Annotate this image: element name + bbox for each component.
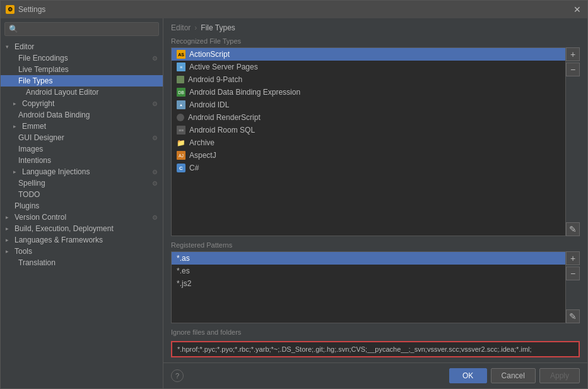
title-bar: ⚙ Settings ✕ [1, 1, 587, 18]
arrow-build [6, 225, 12, 232]
ok-button[interactable]: OK [449, 368, 487, 383]
icon-csharp: C [177, 164, 185, 172]
list-item-archive[interactable]: 📁 Archive [172, 136, 565, 149]
pattern-label-es: *.es [177, 266, 190, 275]
icon-archive: 📁 [177, 138, 185, 147]
sidebar-label-live-templates: Live Templates [18, 65, 69, 74]
add-file-type-button[interactable]: + [566, 47, 580, 61]
bottom-bar: ? OK Cancel Apply [163, 362, 587, 388]
settings-icon-file-encodings: ⚙ [152, 55, 158, 62]
add-pattern-button[interactable]: + [566, 251, 580, 265]
app-icon: ⚙ [6, 5, 15, 14]
sidebar-item-live-templates[interactable]: Live Templates [1, 64, 163, 75]
title-bar-left: ⚙ Settings [6, 5, 45, 14]
sidebar-item-intentions[interactable]: Intentions [1, 155, 163, 166]
help-button[interactable]: ? [171, 369, 184, 382]
sidebar-label-tools: Tools [15, 247, 32, 256]
list-item-actionscript[interactable]: AS ActionScript [172, 48, 565, 61]
remove-file-type-button[interactable]: − [566, 63, 580, 76]
settings-icon-gui-designer: ⚙ [152, 135, 158, 141]
sidebar-label-build: Build, Execution, Deployment [15, 224, 114, 233]
sidebar-item-android-data-binding[interactable]: Android Data Binding [1, 109, 163, 121]
edit-pattern-button[interactable]: ✎ [566, 309, 580, 323]
sidebar-label-editor: Editor [15, 42, 34, 51]
pattern-item-js2[interactable]: *.js2 [172, 277, 565, 290]
label-aspectj: AspectJ [189, 151, 216, 160]
label-asp: Active Server Pages [189, 63, 258, 71]
sidebar-label-language-injections: Language Injections [22, 167, 90, 176]
list-item-data-binding[interactable]: DB Android Data Binding Expression [172, 86, 565, 99]
patterns-section: Registered Patterns *.as *.es *.js2 [171, 241, 580, 323]
list-item-room-sql[interactable]: ≡≡ Android Room SQL [172, 124, 565, 136]
settings-window: ⚙ Settings ✕ 🔍 Editor File Encodings [0, 0, 588, 389]
edit-file-type-button[interactable]: ✎ [566, 222, 580, 236]
expand-arrow-copyright [13, 100, 20, 107]
sidebar-item-gui-designer[interactable]: GUI Designer ⚙ [1, 132, 163, 143]
ignore-input[interactable] [171, 341, 580, 357]
panel-body: Recognized File Types AS ActionScript ≡ … [163, 37, 587, 362]
expand-arrow-emmet [13, 123, 20, 129]
patterns-container: *.as *.es *.js2 + − [171, 251, 580, 323]
expand-arrow-editor [6, 44, 12, 50]
breadcrumb-current: File Types [201, 23, 235, 32]
sidebar-item-build[interactable]: Build, Execution, Deployment [1, 223, 163, 234]
icon-9patch [177, 76, 184, 83]
sidebar-label-version-control: Version Control [15, 213, 66, 222]
window-title: Settings [18, 5, 45, 14]
icon-aspectj: AJ [177, 151, 185, 160]
sidebar: 🔍 Editor File Encodings ⚙ Live Templates [1, 18, 163, 388]
sidebar-item-todo[interactable]: TODO [1, 189, 163, 200]
sidebar-item-file-types[interactable]: File Types [1, 75, 163, 87]
sidebar-item-language-injections[interactable]: Language Injections ⚙ [1, 166, 163, 177]
sidebar-item-version-control[interactable]: Version Control ⚙ [1, 212, 163, 223]
cancel-button[interactable]: Cancel [491, 368, 536, 383]
list-item-idl[interactable]: ▲ Android IDL [172, 99, 565, 111]
label-data-binding: Android Data Binding Expression [189, 88, 300, 97]
patterns-list[interactable]: *.as *.es *.js2 [171, 251, 566, 323]
sidebar-item-languages[interactable]: Languages & Frameworks [1, 234, 163, 246]
sidebar-label-copyright: Copyright [22, 99, 54, 108]
remove-pattern-button[interactable]: − [566, 266, 580, 280]
sidebar-item-android-layout-editor[interactable]: Android Layout Editor [1, 87, 163, 98]
list-item-csharp[interactable]: C C# [172, 162, 565, 174]
search-box[interactable]: 🔍 [4, 22, 159, 36]
arrow-version-control [6, 214, 12, 220]
file-types-container: AS ActionScript ≡ Active Server Pages An… [171, 47, 580, 236]
sidebar-item-tools[interactable]: Tools [1, 246, 163, 257]
pattern-item-as[interactable]: *.as [172, 252, 565, 265]
arrow-tools [6, 248, 12, 254]
breadcrumb: Editor › File Types [163, 18, 587, 37]
sidebar-item-emmet[interactable]: Emmet [1, 121, 163, 132]
sidebar-item-spelling[interactable]: Spelling ⚙ [1, 177, 163, 189]
apply-button[interactable]: Apply [539, 368, 580, 383]
list-item-renderscript[interactable]: Android RenderScript [172, 111, 565, 124]
breadcrumb-parent: Editor [171, 23, 191, 32]
sidebar-item-file-encodings[interactable]: File Encodings ⚙ [1, 52, 163, 64]
sidebar-item-images[interactable]: Images [1, 143, 163, 155]
patterns-buttons: + − ✎ [566, 251, 580, 323]
sidebar-item-editor[interactable]: Editor [1, 41, 163, 52]
sidebar-label-android-data-binding: Android Data Binding [18, 111, 90, 119]
breadcrumb-sep: › [194, 23, 197, 32]
list-item-aspectj[interactable]: AJ AspectJ [172, 149, 565, 162]
close-button[interactable]: ✕ [572, 4, 582, 15]
icon-asp: ≡ [177, 63, 185, 71]
pattern-item-es[interactable]: *.es [172, 265, 565, 277]
label-9patch: Android 9-Patch [188, 75, 242, 84]
patterns-section-label: Registered Patterns [171, 241, 580, 249]
sidebar-label-file-encodings: File Encodings [18, 54, 68, 63]
list-item-asp[interactable]: ≡ Active Server Pages [172, 61, 565, 73]
label-csharp: C# [189, 164, 199, 172]
file-types-list[interactable]: AS ActionScript ≡ Active Server Pages An… [171, 47, 566, 236]
list-item-9patch[interactable]: Android 9-Patch [172, 73, 565, 86]
sidebar-item-plugins[interactable]: Plugins [1, 200, 163, 212]
ignore-section-label: Ignore files and folders [171, 328, 580, 336]
sidebar-item-translation[interactable]: Translation [1, 257, 163, 268]
icon-data-binding: DB [177, 88, 185, 97]
sidebar-item-copyright[interactable]: Copyright ⚙ [1, 98, 163, 109]
search-input[interactable] [21, 25, 155, 33]
sidebar-tree: Editor File Encodings ⚙ Live Templates F… [1, 40, 163, 388]
arrow-languages [6, 237, 12, 243]
icon-room-sql: ≡≡ [177, 126, 185, 135]
icon-actionscript: AS [177, 50, 185, 59]
